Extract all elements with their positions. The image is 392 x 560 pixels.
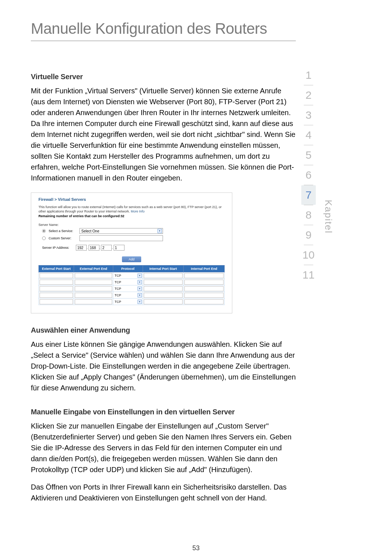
port-input[interactable] — [184, 293, 224, 298]
title-underline — [31, 41, 296, 41]
protocol-value: TCP — [114, 300, 137, 304]
ip-label: Server IP Address: — [42, 246, 76, 249]
table-cell: TCP▾ — [113, 272, 143, 279]
chapter-1[interactable]: 1 — [301, 65, 316, 85]
ip-octet-3[interactable]: 2 — [101, 245, 112, 251]
protocol-value: TCP — [114, 293, 137, 297]
more-info-link[interactable]: More Info — [131, 210, 144, 213]
chapter-rail: 1234567891011 — [301, 65, 316, 285]
table-cell — [74, 292, 113, 299]
chevron-down-icon[interactable]: ▾ — [138, 287, 142, 291]
port-input[interactable] — [40, 293, 73, 298]
port-input[interactable] — [184, 286, 224, 291]
table-header-row: External Port Start External Port End Pr… — [39, 265, 225, 272]
port-input[interactable] — [75, 280, 112, 285]
table-cell — [143, 299, 184, 305]
port-input[interactable] — [184, 280, 224, 285]
page-number: 53 — [0, 544, 392, 552]
chevron-down-icon[interactable]: ▾ — [138, 293, 142, 297]
select-service-value: Select One — [81, 229, 99, 233]
port-input[interactable] — [184, 273, 224, 278]
table-cell — [143, 285, 184, 292]
table-cell — [39, 279, 74, 285]
table-cell — [143, 272, 184, 279]
table-cell — [184, 299, 225, 305]
th-int-start: Internal Port Start — [143, 265, 184, 272]
port-input[interactable] — [40, 286, 73, 291]
table-cell — [39, 299, 74, 305]
port-input[interactable] — [40, 273, 73, 278]
page-title: Manuelle Konfiguration des Routers — [31, 20, 267, 37]
port-input[interactable] — [144, 273, 183, 278]
ip-octet-1[interactable]: 192 — [76, 245, 87, 251]
add-button[interactable]: Add — [122, 256, 141, 262]
table-cell — [184, 272, 225, 279]
chevron-down-icon[interactable]: ▾ — [138, 280, 142, 284]
port-input[interactable] — [75, 286, 112, 291]
chapter-6[interactable]: 6 — [301, 165, 316, 185]
th-ext-end: External Port End — [74, 265, 113, 272]
kapitel-label: Kapitel — [323, 200, 334, 234]
select-service-dropdown[interactable]: Select One ▾ — [79, 228, 163, 234]
table-cell — [39, 272, 74, 279]
ip-octet-4[interactable]: 1 — [114, 245, 124, 251]
chevron-down-icon[interactable]: ▾ — [138, 273, 142, 278]
chevron-down-icon[interactable]: ▾ — [138, 300, 142, 304]
port-input[interactable] — [75, 273, 112, 278]
table-row: TCP▾ — [39, 272, 225, 279]
table-cell — [74, 285, 113, 292]
th-int-end: Internal Port End — [184, 265, 225, 272]
th-ext-start: External Port Start — [39, 265, 74, 272]
ip-octet-2[interactable]: 168 — [89, 245, 99, 251]
table-cell — [184, 279, 225, 285]
table-row: TCP▾ — [39, 299, 225, 305]
th-protocol: Protocol — [113, 265, 143, 272]
port-input[interactable] — [144, 299, 183, 304]
port-input[interactable] — [40, 280, 73, 285]
table-cell: TCP▾ — [113, 299, 143, 305]
port-table: External Port Start External Port End Pr… — [38, 265, 225, 305]
router-ui-screenshot: Firewall > Virtual Servers This function… — [31, 192, 232, 313]
port-input[interactable] — [144, 280, 183, 285]
select-service-row: Select a Service: Select One ▾ — [38, 228, 225, 234]
table-row: TCP▾ — [39, 292, 225, 299]
section-body-manual-entry-2: Das Öffnen von Ports in Ihrer Firewall k… — [31, 482, 296, 503]
add-button-row: Add — [38, 256, 225, 262]
server-name-label: Server Name: — [38, 223, 225, 227]
port-input[interactable] — [40, 299, 73, 304]
chapter-4[interactable]: 4 — [301, 125, 316, 145]
chapter-5[interactable]: 5 — [301, 145, 316, 165]
chapter-10[interactable]: 10 — [301, 245, 316, 265]
chapter-8[interactable]: 8 — [301, 205, 316, 225]
table-cell — [143, 292, 184, 299]
chapter-7[interactable]: 7 — [301, 185, 316, 205]
radio-custom-server[interactable] — [42, 236, 46, 240]
custom-server-input[interactable] — [79, 235, 163, 241]
select-service-label: Select a Service: — [49, 229, 79, 233]
breadcrumb: Firewall > Virtual Servers — [38, 197, 225, 202]
protocol-value: TCP — [114, 280, 137, 284]
chapter-9[interactable]: 9 — [301, 225, 316, 245]
section-head-virtual-servers: Virtuelle Server — [31, 73, 296, 81]
chapter-11[interactable]: 11 — [301, 265, 316, 285]
radio-select-service[interactable] — [42, 229, 46, 233]
table-cell — [184, 292, 225, 299]
port-input[interactable] — [144, 293, 183, 298]
table-row: TCP▾ — [39, 285, 225, 292]
table-cell: TCP▾ — [113, 279, 143, 285]
ip-address-row: Server IP Address: 192. 168. 2. 1 — [38, 245, 225, 251]
port-input[interactable] — [75, 293, 112, 298]
ui-description: This function will allow you to route ex… — [38, 205, 225, 214]
port-input[interactable] — [75, 299, 112, 304]
port-input[interactable] — [184, 299, 224, 304]
table-cell — [74, 299, 113, 305]
section-body-virtual-servers: Mit der Funktion „Virtual Servers" (Virt… — [31, 85, 296, 183]
custom-server-label: Custom Server: — [49, 236, 79, 240]
table-cell — [39, 285, 74, 292]
table-cell — [74, 279, 113, 285]
table-cell: TCP▾ — [113, 285, 143, 292]
chapter-2[interactable]: 2 — [301, 85, 316, 105]
port-input[interactable] — [144, 286, 183, 291]
protocol-value: TCP — [114, 274, 137, 277]
chapter-3[interactable]: 3 — [301, 105, 316, 125]
